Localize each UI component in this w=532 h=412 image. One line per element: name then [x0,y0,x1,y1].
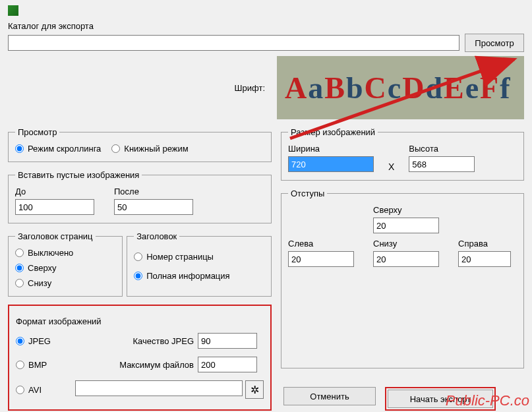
gear-icon: ✲ [251,384,259,396]
radio-book-mode[interactable]: Книжный режим [111,144,188,154]
catalog-path-input[interactable] [8,35,459,51]
before-label: До [15,187,94,196]
font-preview: AaBbCcDdEeFf [277,56,524,119]
page-header-legend: Заголовок страниц [15,231,96,241]
after-label: После [114,187,193,196]
margins-fieldset: Отступы Сверху Слева Снизу [281,189,524,368]
maxfiles-input[interactable] [198,357,257,372]
image-format-fieldset: Формат изображений JPEG Качество JPEG BM… [13,314,266,401]
image-size-legend: Размер изображений [288,127,378,137]
quality-input[interactable] [198,333,257,349]
before-input[interactable] [15,199,94,215]
catalog-label: Каталог для экспорта [8,21,520,31]
font-label: Шрифт: [235,83,265,93]
margin-top-label: Сверху [373,205,445,215]
maxfiles-label: Максимум файлов [75,360,198,370]
start-export-button[interactable]: Начать экспорт [388,390,493,408]
empty-images-legend: Вставить пустые изображения [15,170,142,180]
avi-path-input[interactable] [75,380,243,396]
width-input[interactable] [288,156,374,172]
preview-legend: Просмотр [15,127,59,137]
preview-fieldset: Просмотр Режим скроллинга Книжный режим [8,127,272,162]
page-header-fieldset: Заголовок страниц Выключено Сверху Сн [8,231,123,297]
margin-right-label: Справа [458,239,517,249]
header-content-legend: Заголовок [134,231,179,241]
after-input[interactable] [114,199,193,215]
radio-header-off[interactable]: Выключено [15,248,115,258]
radio-full-info[interactable]: Полная информация [134,271,264,281]
header-content-fieldset: Заголовок Номер страницы Полная информац… [127,231,272,297]
empty-images-fieldset: Вставить пустые изображения До После [8,170,272,223]
height-input[interactable] [409,156,475,172]
radio-page-number[interactable]: Номер страницы [134,252,264,262]
cancel-button[interactable]: Отменить [283,387,376,405]
image-size-fieldset: Размер изображений Ширина X Высота [281,127,524,181]
margin-bottom-label: Снизу [373,239,445,249]
app-icon [8,5,18,16]
radio-scroll-mode[interactable]: Режим скроллинга [15,144,101,154]
margins-legend: Отступы [288,189,327,198]
margin-bottom-input[interactable] [373,251,439,267]
margin-left-input[interactable] [288,251,354,267]
x-separator: X [378,162,405,172]
margin-left-label: Слева [288,239,360,249]
radio-bmp[interactable]: BMP [16,360,75,370]
radio-jpeg[interactable]: JPEG [16,336,75,346]
margin-right-input[interactable] [458,251,511,267]
avi-settings-button[interactable]: ✲ [245,380,264,399]
browse-button[interactable]: Просмотр [465,34,524,52]
radio-avi[interactable]: AVI [16,385,75,395]
quality-label: Качество JPEG [75,336,198,346]
height-label: Высота [409,144,475,154]
radio-header-bottom[interactable]: Снизу [15,278,115,288]
width-label: Ширина [288,144,374,154]
radio-header-top[interactable]: Сверху [15,263,115,273]
margin-top-input[interactable] [373,218,439,233]
image-format-legend: Формат изображений [16,316,264,326]
